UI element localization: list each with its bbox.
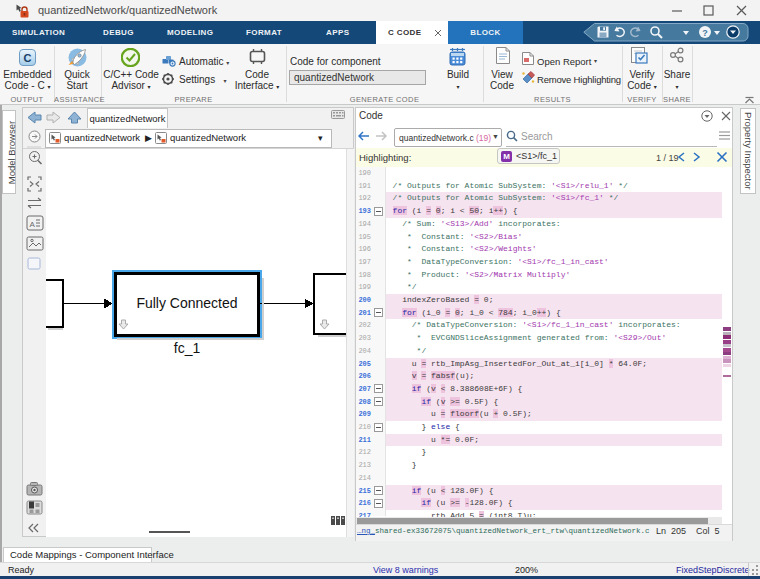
svg-text:C: C	[24, 52, 32, 64]
svg-text:A: A	[30, 220, 36, 229]
svg-text:?: ?	[702, 28, 708, 38]
